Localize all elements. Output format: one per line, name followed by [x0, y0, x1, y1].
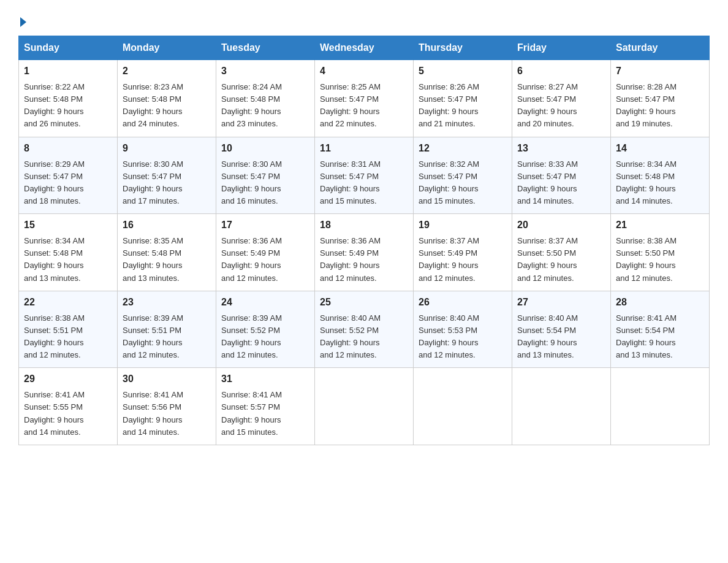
day-info: Sunrise: 8:37 AMSunset: 5:50 PMDaylight:… — [517, 235, 605, 285]
day-number: 25 — [320, 295, 408, 310]
day-cell: 4Sunrise: 8:25 AMSunset: 5:47 PMDaylight… — [315, 60, 414, 137]
week-row-1: 1Sunrise: 8:22 AMSunset: 5:48 PMDaylight… — [19, 60, 710, 137]
day-number: 29 — [24, 372, 112, 386]
day-info: Sunrise: 8:26 AMSunset: 5:47 PMDaylight:… — [419, 81, 507, 131]
day-number: 2 — [123, 64, 211, 79]
day-cell: 28Sunrise: 8:41 AMSunset: 5:54 PMDayligh… — [611, 291, 710, 368]
day-cell: 13Sunrise: 8:33 AMSunset: 5:47 PMDayligh… — [512, 137, 611, 214]
day-info: Sunrise: 8:34 AMSunset: 5:48 PMDaylight:… — [616, 158, 704, 208]
day-cell: 20Sunrise: 8:37 AMSunset: 5:50 PMDayligh… — [512, 214, 611, 291]
day-cell: 6Sunrise: 8:27 AMSunset: 5:47 PMDaylight… — [512, 60, 611, 137]
day-number: 7 — [616, 64, 704, 79]
day-cell: 3Sunrise: 8:24 AMSunset: 5:48 PMDaylight… — [216, 60, 315, 137]
day-cell: 8Sunrise: 8:29 AMSunset: 5:47 PMDaylight… — [19, 137, 118, 214]
day-cell: 26Sunrise: 8:40 AMSunset: 5:53 PMDayligh… — [414, 291, 512, 368]
day-number: 24 — [221, 295, 309, 310]
day-info: Sunrise: 8:40 AMSunset: 5:53 PMDaylight:… — [419, 312, 507, 362]
day-number: 12 — [419, 141, 507, 156]
day-number: 21 — [616, 218, 704, 232]
day-cell: 21Sunrise: 8:38 AMSunset: 5:50 PMDayligh… — [611, 214, 710, 291]
day-number: 11 — [320, 141, 408, 156]
header-friday: Friday — [512, 36, 611, 60]
day-info: Sunrise: 8:39 AMSunset: 5:52 PMDaylight:… — [221, 312, 309, 362]
day-info: Sunrise: 8:41 AMSunset: 5:56 PMDaylight:… — [123, 389, 211, 439]
day-cell: 17Sunrise: 8:36 AMSunset: 5:49 PMDayligh… — [216, 214, 315, 291]
day-cell: 15Sunrise: 8:34 AMSunset: 5:48 PMDayligh… — [19, 214, 118, 291]
logo — [18, 12, 26, 29]
header-monday: Monday — [118, 36, 216, 60]
day-info: Sunrise: 8:41 AMSunset: 5:54 PMDaylight:… — [616, 312, 704, 362]
header-tuesday: Tuesday — [216, 36, 315, 60]
day-info: Sunrise: 8:35 AMSunset: 5:48 PMDaylight:… — [123, 235, 211, 285]
day-info: Sunrise: 8:29 AMSunset: 5:47 PMDaylight:… — [24, 158, 112, 208]
header-wednesday: Wednesday — [315, 36, 414, 60]
day-cell: 7Sunrise: 8:28 AMSunset: 5:47 PMDaylight… — [611, 60, 710, 137]
day-number: 27 — [517, 295, 605, 310]
week-row-5: 29Sunrise: 8:41 AMSunset: 5:55 PMDayligh… — [19, 368, 710, 445]
page-header — [18, 12, 710, 29]
day-info: Sunrise: 8:36 AMSunset: 5:49 PMDaylight:… — [221, 235, 309, 285]
day-info: Sunrise: 8:40 AMSunset: 5:54 PMDaylight:… — [517, 312, 605, 362]
day-number: 16 — [123, 218, 211, 232]
day-number: 14 — [616, 141, 704, 156]
calendar-table: SundayMondayTuesdayWednesdayThursdayFrid… — [18, 36, 710, 445]
header-sunday: Sunday — [19, 36, 118, 60]
day-number: 5 — [419, 64, 507, 79]
day-cell: 19Sunrise: 8:37 AMSunset: 5:49 PMDayligh… — [414, 214, 512, 291]
day-cell: 25Sunrise: 8:40 AMSunset: 5:52 PMDayligh… — [315, 291, 414, 368]
day-info: Sunrise: 8:41 AMSunset: 5:55 PMDaylight:… — [24, 389, 112, 439]
day-number: 4 — [320, 64, 408, 79]
day-cell — [512, 368, 611, 445]
day-info: Sunrise: 8:25 AMSunset: 5:47 PMDaylight:… — [320, 81, 408, 131]
day-number: 26 — [419, 295, 507, 310]
day-info: Sunrise: 8:33 AMSunset: 5:47 PMDaylight:… — [517, 158, 605, 208]
day-info: Sunrise: 8:30 AMSunset: 5:47 PMDaylight:… — [123, 158, 211, 208]
day-number: 13 — [517, 141, 605, 156]
day-number: 20 — [517, 218, 605, 232]
day-cell: 2Sunrise: 8:23 AMSunset: 5:48 PMDaylight… — [118, 60, 216, 137]
day-cell: 5Sunrise: 8:26 AMSunset: 5:47 PMDaylight… — [414, 60, 512, 137]
week-row-4: 22Sunrise: 8:38 AMSunset: 5:51 PMDayligh… — [19, 291, 710, 368]
day-number: 22 — [24, 295, 112, 310]
logo-arrow-icon — [20, 17, 26, 27]
day-info: Sunrise: 8:30 AMSunset: 5:47 PMDaylight:… — [221, 158, 309, 208]
header-saturday: Saturday — [611, 36, 710, 60]
day-cell: 23Sunrise: 8:39 AMSunset: 5:51 PMDayligh… — [118, 291, 216, 368]
day-number: 31 — [221, 372, 309, 386]
day-cell: 9Sunrise: 8:30 AMSunset: 5:47 PMDaylight… — [118, 137, 216, 214]
day-number: 17 — [221, 218, 309, 232]
day-number: 30 — [123, 372, 211, 386]
day-cell: 27Sunrise: 8:40 AMSunset: 5:54 PMDayligh… — [512, 291, 611, 368]
day-cell — [315, 368, 414, 445]
day-info: Sunrise: 8:38 AMSunset: 5:51 PMDaylight:… — [24, 312, 112, 362]
day-info: Sunrise: 8:28 AMSunset: 5:47 PMDaylight:… — [616, 81, 704, 131]
day-info: Sunrise: 8:22 AMSunset: 5:48 PMDaylight:… — [24, 81, 112, 131]
day-number: 15 — [24, 218, 112, 232]
header-thursday: Thursday — [414, 36, 512, 60]
day-info: Sunrise: 8:41 AMSunset: 5:57 PMDaylight:… — [221, 389, 309, 439]
day-number: 6 — [517, 64, 605, 79]
day-number: 1 — [24, 64, 112, 79]
day-info: Sunrise: 8:24 AMSunset: 5:48 PMDaylight:… — [221, 81, 309, 131]
day-cell: 22Sunrise: 8:38 AMSunset: 5:51 PMDayligh… — [19, 291, 118, 368]
day-number: 9 — [123, 141, 211, 156]
header-row: SundayMondayTuesdayWednesdayThursdayFrid… — [19, 36, 710, 60]
day-number: 8 — [24, 141, 112, 156]
day-info: Sunrise: 8:23 AMSunset: 5:48 PMDaylight:… — [123, 81, 211, 131]
day-number: 10 — [221, 141, 309, 156]
day-info: Sunrise: 8:40 AMSunset: 5:52 PMDaylight:… — [320, 312, 408, 362]
day-info: Sunrise: 8:37 AMSunset: 5:49 PMDaylight:… — [419, 235, 507, 285]
day-cell: 14Sunrise: 8:34 AMSunset: 5:48 PMDayligh… — [611, 137, 710, 214]
day-cell: 12Sunrise: 8:32 AMSunset: 5:47 PMDayligh… — [414, 137, 512, 214]
day-cell: 18Sunrise: 8:36 AMSunset: 5:49 PMDayligh… — [315, 214, 414, 291]
day-number: 18 — [320, 218, 408, 232]
day-info: Sunrise: 8:32 AMSunset: 5:47 PMDaylight:… — [419, 158, 507, 208]
day-info: Sunrise: 8:34 AMSunset: 5:48 PMDaylight:… — [24, 235, 112, 285]
day-cell: 1Sunrise: 8:22 AMSunset: 5:48 PMDaylight… — [19, 60, 118, 137]
day-info: Sunrise: 8:38 AMSunset: 5:50 PMDaylight:… — [616, 235, 704, 285]
day-number: 28 — [616, 295, 704, 310]
day-number: 19 — [419, 218, 507, 232]
week-row-3: 15Sunrise: 8:34 AMSunset: 5:48 PMDayligh… — [19, 214, 710, 291]
day-cell: 16Sunrise: 8:35 AMSunset: 5:48 PMDayligh… — [118, 214, 216, 291]
day-cell — [611, 368, 710, 445]
